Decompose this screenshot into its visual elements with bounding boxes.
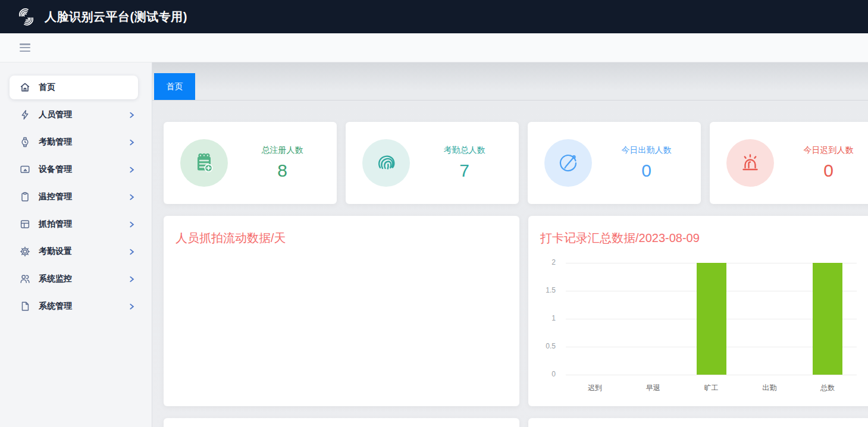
x-category-label: 迟到 (571, 383, 619, 393)
stat-label: 今日迟到人数 (804, 145, 854, 156)
attendance-summary-panel: 打卡记录汇总数据/2023-08-09 00.511.52迟到早退旷工出勤总数 (528, 216, 868, 406)
stat-card-attendance-total: 考勤总人数 7 (346, 122, 519, 204)
bottom-left-panel (164, 418, 519, 427)
sidebar-item-personnel[interactable]: 人员管理 (10, 103, 142, 127)
stat-card-total-registered: 总注册人数 8 (164, 122, 337, 204)
sidebar-item-temperature[interactable]: 温控管理 (10, 185, 142, 209)
sidebar-item-home[interactable]: 首页 (10, 76, 138, 99)
stats-row: 总注册人数 8 考勤总人数 7 (164, 122, 868, 204)
sidebar-nav: 首页 人员管理 考勤管理 (0, 62, 152, 318)
tab-bar: 首页 (152, 62, 868, 101)
app-logo-icon (15, 6, 37, 27)
stat-text: 今日出勤人数 0 (592, 145, 701, 181)
alarm-icon (726, 139, 774, 187)
x-category-label: 早退 (629, 383, 677, 393)
sidebar-item-label: 抓拍管理 (39, 219, 72, 230)
collapse-menu-icon[interactable] (20, 43, 30, 52)
sidebar-item-label: 首页 (39, 82, 55, 93)
bar-总数 (813, 263, 842, 375)
stat-value: 0 (641, 161, 651, 181)
sidebar-item-attendance[interactable]: 考勤管理 (10, 130, 142, 154)
stat-text: 今日迟到人数 0 (774, 145, 868, 181)
y-tick-label: 0 (528, 370, 556, 378)
stat-value: 0 (823, 161, 833, 181)
sidebar-item-label: 人员管理 (39, 109, 72, 120)
sidebar-item-system-monitor[interactable]: 系统监控 (10, 267, 142, 291)
stat-value: 8 (277, 161, 287, 181)
bar-旷工 (697, 263, 726, 375)
layout-grid-icon (19, 218, 31, 230)
content-area: 总注册人数 8 考勤总人数 7 (152, 101, 868, 427)
attendance-bar-chart: 00.511.52迟到早退旷工出勤总数 (528, 253, 864, 402)
document-icon (19, 300, 31, 312)
stat-label: 今日出勤人数 (622, 145, 672, 156)
chevron-right-icon (129, 194, 135, 200)
panel-title: 人员抓拍流动数据/天 (164, 216, 519, 246)
x-category-label: 旷工 (688, 383, 735, 393)
fingerprint-icon (362, 139, 410, 187)
stat-text: 总注册人数 8 (228, 145, 337, 181)
y-tick-label: 2 (528, 258, 556, 266)
capture-flow-panel: 人员抓拍流动数据/天 (164, 216, 519, 406)
stat-label: 总注册人数 (262, 145, 303, 156)
stat-text: 考勤总人数 7 (410, 145, 519, 181)
chevron-right-icon (129, 303, 135, 310)
sidebar-item-capture[interactable]: 抓拍管理 (10, 212, 142, 236)
register-book-icon (180, 139, 228, 187)
sidebar-item-devices[interactable]: 设备管理 (10, 158, 142, 181)
clipboard-icon (19, 191, 31, 203)
sidebar-item-label: 温控管理 (39, 191, 72, 202)
stat-card-today-late: 今日迟到人数 0 (710, 122, 868, 204)
y-gridline (566, 375, 857, 375)
home-icon (19, 81, 31, 93)
lightning-icon (19, 109, 31, 121)
users-icon (19, 273, 31, 285)
sidebar-item-label: 系统管理 (39, 301, 72, 312)
stat-label: 考勤总人数 (444, 145, 485, 156)
sidebar-item-attendance-settings[interactable]: 考勤设置 (10, 240, 142, 263)
main-area: 首页 总注册人数 (152, 62, 868, 427)
sidebar: 首页 人员管理 考勤管理 (0, 62, 152, 427)
chevron-right-icon (129, 112, 135, 118)
bottom-right-panel (528, 418, 868, 427)
chevron-right-icon (129, 249, 135, 255)
panel-title: 打卡记录汇总数据/2023-08-09 (528, 216, 868, 246)
sidebar-item-label: 系统监控 (39, 274, 72, 284)
watch-icon (19, 136, 31, 148)
tab-home[interactable]: 首页 (154, 73, 195, 100)
charts-row: 人员抓拍流动数据/天 打卡记录汇总数据/2023-08-09 00.511.52… (164, 216, 868, 406)
stat-card-today-attendance: 今日出勤人数 0 (528, 122, 701, 204)
x-category-label: 总数 (804, 383, 851, 393)
app-title: 人脸识别云平台(测试专用) (45, 9, 187, 25)
app-header: 人脸识别云平台(测试专用) (0, 0, 868, 33)
bottom-row (164, 418, 868, 427)
sidebar-item-label: 考勤管理 (39, 137, 72, 147)
y-tick-label: 1 (528, 314, 556, 322)
chevron-right-icon (129, 139, 135, 146)
stat-value: 7 (459, 161, 469, 181)
y-tick-label: 0.5 (528, 342, 556, 350)
sidebar-item-label: 设备管理 (39, 164, 72, 175)
monitor-icon (19, 164, 31, 175)
gear-icon (19, 246, 31, 258)
chevron-right-icon (129, 276, 135, 282)
toolbar (0, 33, 868, 62)
sidebar-item-label: 考勤设置 (39, 246, 72, 257)
chevron-right-icon (129, 167, 135, 173)
sidebar-item-system-management[interactable]: 系统管理 (10, 294, 142, 318)
pencil-circle-icon (544, 139, 592, 187)
chevron-right-icon (129, 221, 135, 228)
x-category-label: 出勤 (745, 383, 793, 393)
y-tick-label: 1.5 (528, 286, 556, 294)
